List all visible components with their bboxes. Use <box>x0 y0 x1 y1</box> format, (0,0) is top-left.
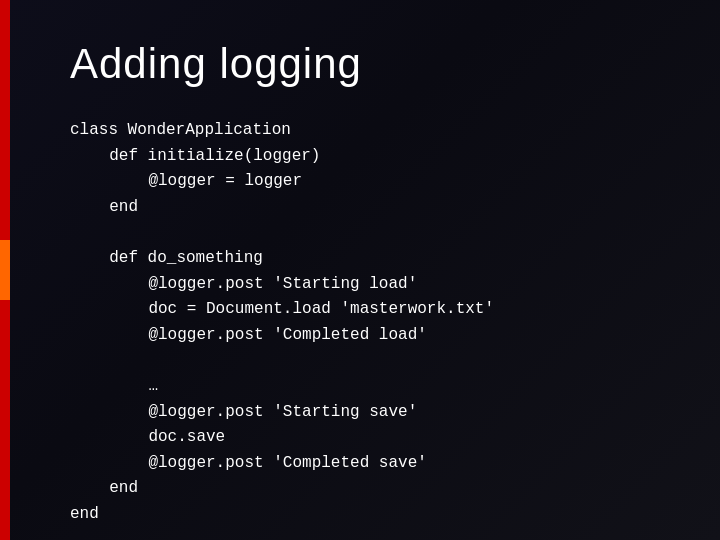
code-block: class WonderApplication def initialize(l… <box>60 118 660 528</box>
code-line: @logger.post 'Starting load' <box>70 272 660 298</box>
code-line: @logger = logger <box>70 169 660 195</box>
code-line: @logger.post 'Completed save' <box>70 451 660 477</box>
slide-title: Adding logging <box>60 40 660 88</box>
accent-bar <box>0 0 10 540</box>
accent-bottom <box>0 300 10 540</box>
code-line: doc.save <box>70 425 660 451</box>
code-line: end <box>70 476 660 502</box>
accent-top <box>0 0 10 240</box>
code-line: class WonderApplication <box>70 118 660 144</box>
code-line: def initialize(logger) <box>70 144 660 170</box>
code-line: @logger.post 'Completed load' <box>70 323 660 349</box>
slide: Adding logging class WonderApplication d… <box>0 0 720 540</box>
accent-middle <box>0 240 10 300</box>
code-line: @logger.post 'Starting save' <box>70 400 660 426</box>
blank-line <box>70 220 660 246</box>
code-line: def do_something <box>70 246 660 272</box>
code-line: … <box>70 374 660 400</box>
code-line: doc = Document.load 'masterwork.txt' <box>70 297 660 323</box>
code-line: end <box>70 502 660 528</box>
code-line: end <box>70 195 660 221</box>
blank-line <box>70 348 660 374</box>
